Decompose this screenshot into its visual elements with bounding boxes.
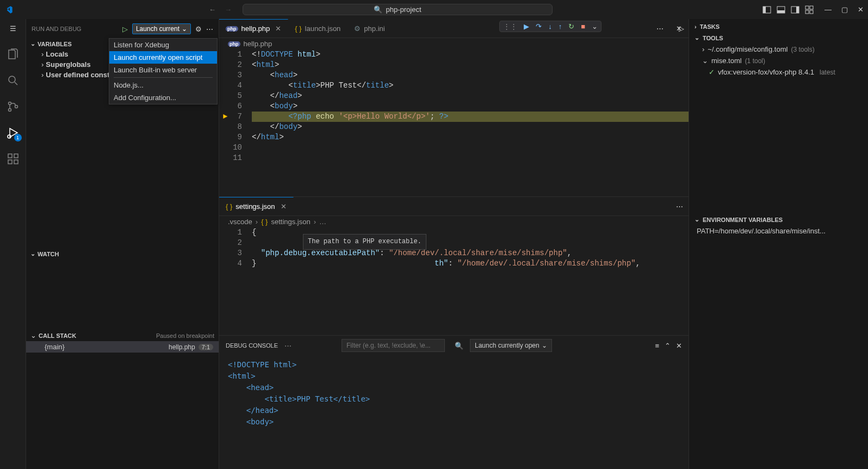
debug-badge: 1: [14, 134, 22, 141]
dropdown-item-current-script[interactable]: Launch currently open script: [109, 51, 217, 64]
debug-session-select[interactable]: Launch currently open ⌄: [470, 339, 552, 352]
watch-section-header[interactable]: ⌄ WATCH: [26, 249, 219, 259]
ini-file-icon: ⚙: [354, 24, 361, 33]
tools-mise-item[interactable]: ⌄ mise.toml (1 tool): [689, 55, 868, 66]
dropdown-item-nodejs[interactable]: Node.js...: [109, 79, 217, 91]
svg-rect-19: [14, 154, 18, 158]
debug-console-tab[interactable]: DEBUG CONSOLE: [226, 342, 278, 349]
tasks-section-header[interactable]: › TASKS: [689, 21, 868, 32]
editor-more-icon[interactable]: ⋯: [676, 202, 683, 211]
right-sidebar: › TASKS ⌄ TOOLS › ~/.config/mise/config.…: [689, 19, 868, 469]
maximize-icon[interactable]: ▢: [841, 5, 848, 14]
word-wrap-icon[interactable]: ≡: [655, 342, 659, 350]
search-icon[interactable]: 🔍: [455, 342, 463, 350]
search-activity-icon[interactable]: [5, 73, 21, 88]
json-file-icon: { }: [226, 202, 232, 211]
panel-more-icon[interactable]: ⋯: [284, 342, 292, 350]
gutter: 1 2 3 4 5 6 7 8 9 10 11: [219, 50, 252, 196]
tab-settings-json[interactable]: { } settings.json ✕: [219, 197, 294, 215]
frame-name: {main}: [45, 343, 65, 351]
collapse-icon[interactable]: ⌃: [665, 342, 671, 350]
tools-count: (3 tools): [791, 46, 814, 53]
variables-label: VARIABLES: [38, 41, 72, 47]
svg-point-14: [15, 106, 17, 108]
breadcrumb-settings[interactable]: .vscode › { } settings.json › …: [219, 216, 689, 227]
stop-icon[interactable]: ■: [581, 22, 585, 30]
step-into-icon[interactable]: ↓: [548, 22, 552, 30]
search-icon: 🔍: [374, 5, 382, 14]
layout-panel-left-icon[interactable]: [762, 5, 771, 14]
svg-rect-17: [8, 160, 12, 164]
extensions-icon[interactable]: [5, 151, 21, 166]
dropdown-item-builtin-server[interactable]: Launch Built-in web server: [109, 64, 217, 76]
tab-hellp-php[interactable]: php hellp.php ✕: [219, 19, 288, 38]
start-debug-icon[interactable]: ▷: [122, 25, 128, 33]
userconst-label: User defined consta: [46, 71, 113, 79]
dropdown-divider: [114, 77, 213, 78]
chevron-down-icon: ⌄: [702, 57, 708, 65]
more-icon[interactable]: ⋯: [206, 25, 213, 33]
titlebar-right: — ▢ ✕: [762, 5, 864, 14]
console-filter-input[interactable]: [342, 339, 445, 352]
continue-icon[interactable]: ▶: [524, 22, 529, 30]
callstack-frame[interactable]: {main} hellp.php 7:1: [26, 341, 219, 353]
drag-handle-icon[interactable]: ⋮⋮: [503, 22, 517, 30]
nav-forward-icon[interactable]: →: [225, 5, 232, 14]
chevron-down-icon: ⌄: [542, 342, 547, 349]
gear-icon[interactable]: ⚙: [195, 25, 202, 33]
sidebar-header: RUN AND DEBUG ▷ Launch current ⌄ ⚙ ⋯: [26, 19, 219, 39]
session-label: Launch currently open: [475, 342, 540, 349]
step-out-icon[interactable]: ↑: [559, 22, 562, 30]
mise-toml: mise.toml: [711, 57, 742, 65]
tab-launch-json[interactable]: { } launch.json: [288, 19, 348, 38]
console-line: <body>: [228, 416, 680, 428]
check-icon: ✓: [709, 68, 715, 76]
watch-label: WATCH: [38, 251, 59, 257]
tools-config-item[interactable]: › ~/.config/mise/config.toml (3 tools): [689, 44, 868, 55]
callstack-section-header[interactable]: ⌄ CALL STACK Paused on breakpoint: [26, 330, 219, 341]
layout-panel-bottom-icon[interactable]: [777, 5, 785, 14]
svg-point-10: [9, 76, 15, 83]
tab-php-ini[interactable]: ⚙ php.ini: [348, 19, 392, 38]
console-content[interactable]: <!DOCTYPE html> <html> <head> <title>PHP…: [219, 356, 689, 430]
dropdown-item-xdebug[interactable]: Listen for Xdebug: [109, 39, 217, 51]
chevron-down-icon[interactable]: ⌄: [592, 22, 598, 30]
close-panel-icon[interactable]: ✕: [676, 342, 682, 350]
env-label: ENVIRONMENT VARIABLES: [703, 217, 783, 223]
breadcrumb-main[interactable]: php hellp.php: [219, 38, 689, 50]
tools-vfox-item[interactable]: ✓ vfox:version-fox/vfox-php 8.4.1 latest: [689, 66, 868, 78]
settings-editor[interactable]: 1 2 3 4 { The path to a PHP executable. …: [219, 227, 689, 335]
debug-toolbar[interactable]: ⋮⋮ ▶ ↷ ↓ ↑ ↻ ■ ⌄: [499, 21, 602, 32]
close-window-icon[interactable]: ✕: [858, 5, 864, 14]
editor-more-icon[interactable]: ⋯: [656, 24, 664, 33]
layout-panel-right-icon[interactable]: [791, 5, 799, 14]
close-icon[interactable]: ✕: [275, 24, 281, 33]
source-control-icon[interactable]: [5, 99, 21, 114]
env-section-header[interactable]: ⌄ ENVIRONMENT VARIABLES: [689, 214, 868, 225]
run-debug-icon[interactable]: 1: [5, 125, 21, 140]
tools-section-header[interactable]: ⌄ TOOLS: [689, 32, 868, 44]
dropdown-item-add-config[interactable]: Add Configuration...: [109, 91, 217, 104]
step-over-icon[interactable]: ↷: [536, 22, 542, 30]
menu-icon[interactable]: ☰: [10, 24, 16, 33]
command-center[interactable]: 🔍 php-project: [243, 4, 553, 15]
svg-rect-9: [810, 10, 813, 14]
explorer-icon[interactable]: [5, 47, 21, 62]
env-section: ⌄ ENVIRONMENT VARIABLES PATH=/home/dev/.…: [689, 214, 868, 237]
nav-back-icon[interactable]: ←: [209, 5, 216, 14]
debug-config-select[interactable]: Launch current ⌄: [132, 23, 191, 34]
settings-code-content[interactable]: { The path to a PHP executable. th": "/h…: [252, 227, 689, 335]
vfox-label: vfox:version-fox/vfox-php 8.4.1: [718, 68, 814, 76]
breakpoint-current-icon[interactable]: [222, 113, 229, 120]
restart-icon[interactable]: ↻: [568, 22, 574, 30]
close-icon[interactable]: ✕: [281, 202, 287, 211]
main-editor[interactable]: 1 2 3 4 5 6 7 8 9 10 11 <!DOCTYPE html> …: [219, 50, 689, 196]
close-editor-group-icon[interactable]: ✕: [676, 24, 682, 33]
code-content[interactable]: <!DOCTYPE html> <html> <head> <title>PHP…: [252, 50, 689, 196]
layout-customize-icon[interactable]: [805, 5, 814, 14]
editor-tab-bar: php hellp.php ✕ { } launch.json ⚙ php.in…: [219, 19, 689, 38]
minimize-icon[interactable]: —: [824, 5, 832, 14]
json-file-icon: { }: [261, 218, 268, 226]
tab-label: php.ini: [364, 24, 385, 33]
nav-arrows: ← →: [209, 5, 232, 14]
